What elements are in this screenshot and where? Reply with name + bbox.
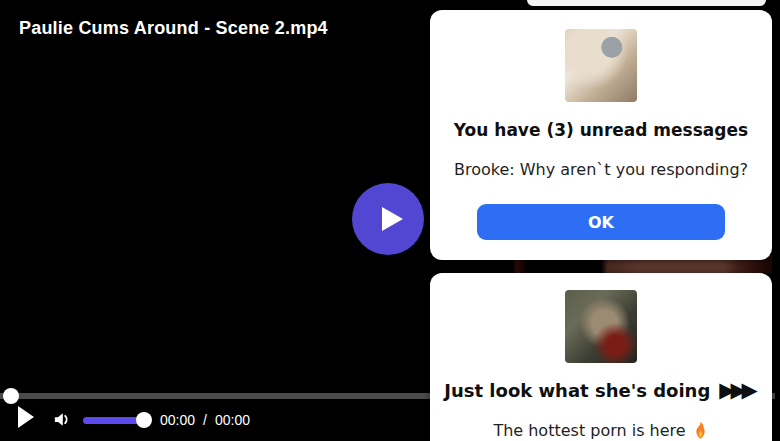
big-play-button[interactable] [352, 183, 424, 255]
notification-peek-card [527, 0, 766, 6]
notification-card[interactable]: Just look what she's doing ▶▶▶ The hotte… [430, 273, 772, 441]
play-icon [18, 406, 34, 428]
notification-heading: You have (3) unread messages [430, 120, 772, 140]
fire-icon [692, 421, 709, 440]
play-icon [378, 206, 404, 232]
progress-handle[interactable] [3, 388, 19, 404]
video-player: Paulie Cums Around - Scene 2.mp4 00:00 /… [0, 0, 780, 441]
volume-handle[interactable] [136, 412, 152, 428]
speaker-icon [52, 410, 72, 429]
current-time: 00:00 [160, 412, 195, 428]
photo-thumbnail[interactable] [565, 29, 637, 102]
time-display: 00:00 / 00:00 [160, 412, 250, 428]
notification-card: You have (3) unread messages Brooke: Why… [430, 10, 772, 260]
volume-button[interactable] [52, 410, 72, 429]
notification-message: Brooke: Why aren`t you responding? [430, 160, 772, 179]
arrows-icon: ▶▶▶ [719, 380, 757, 401]
ok-button[interactable]: OK [477, 204, 725, 240]
duration: 00:00 [215, 412, 250, 428]
play-button[interactable] [18, 406, 34, 428]
photo-thumbnail[interactable] [565, 290, 637, 363]
video-title: Paulie Cums Around - Scene 2.mp4 [19, 18, 328, 39]
notification-heading: Just look what she's doing ▶▶▶ [430, 380, 772, 401]
time-separator: / [203, 412, 207, 428]
notification-message: The hottest porn is here [430, 421, 772, 440]
